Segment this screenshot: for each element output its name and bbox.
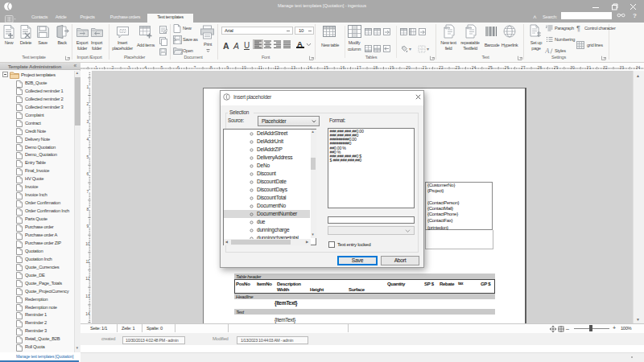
svg-text:31: 31: [587, 65, 592, 70]
svg-text:28: 28: [537, 65, 542, 70]
svg-text:21: 21: [423, 65, 427, 70]
svg-text:8: 8: [87, 207, 89, 212]
svg-text:2: 2: [87, 101, 89, 106]
svg-text:9: 9: [226, 65, 229, 70]
svg-text:16: 16: [341, 65, 345, 70]
svg-text:27: 27: [521, 65, 526, 70]
svg-text:29: 29: [554, 65, 559, 70]
svg-text:8: 8: [210, 65, 213, 70]
svg-text:14: 14: [85, 311, 90, 316]
svg-text:17: 17: [357, 65, 361, 70]
svg-text:23: 23: [455, 65, 460, 70]
svg-text:26: 26: [505, 65, 510, 70]
svg-text:14: 14: [308, 65, 312, 70]
svg-text:7: 7: [193, 65, 196, 70]
svg-text:25: 25: [488, 65, 493, 70]
svg-text:3: 3: [87, 119, 89, 124]
svg-text:12: 12: [85, 276, 90, 281]
svg-text:2: 2: [111, 65, 114, 70]
svg-text:11: 11: [258, 65, 262, 70]
svg-text:4: 4: [144, 65, 147, 70]
svg-text:19: 19: [390, 65, 394, 70]
svg-text:10: 10: [242, 65, 246, 70]
svg-text:34: 34: [636, 65, 641, 70]
svg-text:15: 15: [324, 65, 328, 70]
svg-text:33: 33: [619, 65, 624, 70]
svg-text:5: 5: [161, 65, 163, 70]
svg-text:3: 3: [128, 65, 130, 70]
svg-text:13: 13: [291, 65, 295, 70]
svg-text:10: 10: [85, 241, 90, 246]
svg-text:5: 5: [87, 154, 89, 159]
svg-text:11: 11: [85, 259, 89, 264]
svg-text:20: 20: [406, 65, 411, 70]
svg-text:7: 7: [87, 189, 89, 194]
svg-text:1: 1: [95, 65, 97, 70]
svg-text:32: 32: [603, 65, 608, 70]
svg-text:6: 6: [87, 171, 89, 176]
svg-text:12: 12: [275, 65, 279, 70]
svg-text:18: 18: [373, 65, 378, 70]
svg-text:30: 30: [570, 65, 575, 70]
svg-text:22: 22: [439, 65, 444, 70]
svg-text:1: 1: [87, 84, 89, 89]
svg-text:A: A: [545, 47, 550, 54]
svg-text:6: 6: [177, 65, 180, 70]
svg-text:9: 9: [87, 224, 89, 228]
svg-text:24: 24: [472, 65, 477, 70]
svg-text:13: 13: [85, 294, 90, 298]
svg-text:4: 4: [87, 137, 89, 142]
